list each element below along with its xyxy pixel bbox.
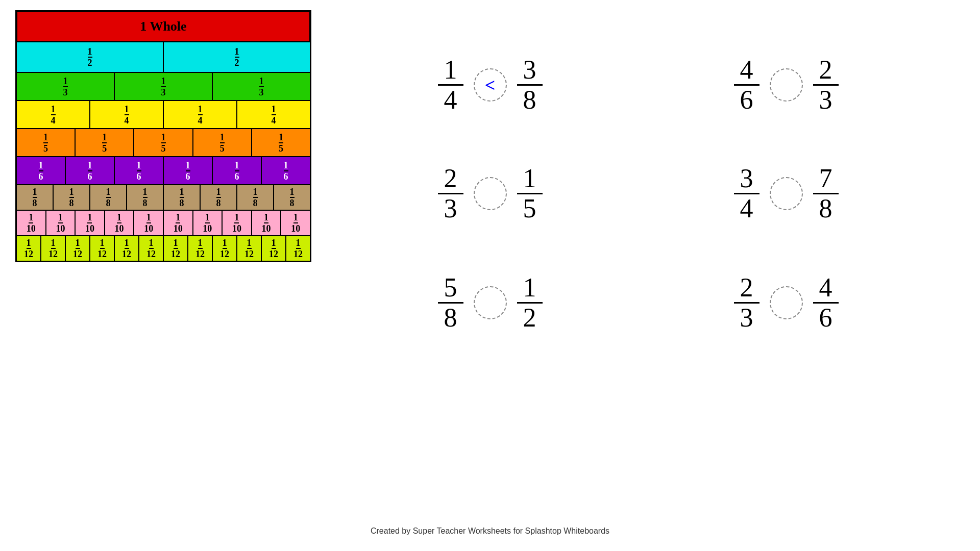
- chart-row-eighths: 1818181818181818: [16, 185, 310, 210]
- chart-row-thirds: 131313: [16, 72, 310, 101]
- chart-cell: 13: [114, 72, 212, 101]
- chart-cell: 18: [237, 185, 274, 210]
- chart-cell: 18: [16, 185, 53, 210]
- chart-cell: 18: [127, 185, 163, 210]
- chart-row-fourths: 14141414: [16, 101, 310, 129]
- chart-row-fifths: 1515151515: [16, 129, 310, 157]
- chart-cell: 112: [41, 236, 65, 261]
- chart-row-sixths: 161616161616: [16, 157, 310, 185]
- chart-cell: 12: [163, 42, 310, 72]
- chart-cell: 110: [193, 210, 223, 236]
- chart-cell: 13: [212, 72, 310, 101]
- whole-row: 1 Whole: [16, 11, 310, 42]
- chart-cell: 18: [163, 185, 200, 210]
- chart-cell: 16: [114, 157, 163, 185]
- fraction-chart: 1 Whole 12121313131414141415151515151616…: [15, 10, 311, 262]
- chart-cell: 14: [237, 101, 310, 129]
- comparison-item-c3: 2315: [342, 139, 638, 248]
- chart-cell: 12: [16, 42, 163, 72]
- chart-cell: 110: [75, 210, 105, 236]
- left-fraction: 46: [734, 57, 760, 113]
- chart-cell: 18: [274, 185, 310, 210]
- footer-text: Created by Super Teacher Worksheets for …: [371, 527, 609, 536]
- comparison-circle[interactable]: [770, 286, 803, 319]
- chart-cell: 18: [53, 185, 90, 210]
- left-fraction: 34: [734, 165, 760, 222]
- chart-cell: 13: [16, 72, 114, 101]
- chart-cell: 14: [90, 101, 163, 129]
- whole-label: 1 Whole: [140, 19, 186, 34]
- chart-cell: 110: [105, 210, 134, 236]
- left-fraction: 23: [734, 274, 760, 331]
- chart-cell: 15: [16, 129, 75, 157]
- comparison-circle[interactable]: [770, 177, 803, 210]
- chart-cell: 15: [75, 129, 134, 157]
- chart-cell: 112: [261, 236, 286, 261]
- chart-cell: 16: [212, 157, 261, 185]
- right-fraction: 12: [517, 274, 543, 331]
- chart-cell: 110: [222, 210, 252, 236]
- right-fraction: 78: [813, 165, 839, 222]
- chart-cell: 112: [16, 236, 41, 261]
- chart-cell: 16: [65, 157, 114, 185]
- left-fraction: 14: [438, 57, 463, 113]
- chart-cell: 16: [261, 157, 310, 185]
- comparison-circle[interactable]: [770, 68, 803, 102]
- chart-cell: 112: [139, 236, 163, 261]
- comparison-item-c6: 2346: [638, 248, 934, 357]
- right-fraction: 23: [813, 57, 839, 113]
- comparison-item-c2: 4623: [638, 31, 934, 139]
- chart-cell: 15: [252, 129, 310, 157]
- chart-cell: 112: [163, 236, 188, 261]
- chart-cell: 15: [134, 129, 192, 157]
- left-fraction: 58: [438, 274, 463, 331]
- chart-cell: 15: [193, 129, 252, 157]
- left-fraction: 23: [438, 165, 463, 222]
- chart-cell: 110: [163, 210, 193, 236]
- comparison-item-c5: 5812: [342, 248, 638, 357]
- footer-label: Created by Super Teacher Worksheets for …: [371, 527, 609, 535]
- comparison-circle[interactable]: <: [474, 68, 507, 102]
- chart-row-twelfths: 112112112112112112112112112112112112: [16, 236, 310, 261]
- right-fraction: 38: [517, 57, 543, 113]
- chart-row-halves: 1212: [16, 42, 310, 72]
- right-fraction: 15: [517, 165, 543, 222]
- chart-cell: 112: [114, 236, 139, 261]
- comparison-item-c1: 14<38: [342, 31, 638, 139]
- chart-cell: 16: [163, 157, 212, 185]
- chart-cell: 18: [200, 185, 237, 210]
- chart-cell: 112: [286, 236, 310, 261]
- comparison-section: 14<3846232315347858122346: [311, 15, 965, 372]
- chart-cell: 14: [16, 101, 90, 129]
- chart-cell: 14: [163, 101, 237, 129]
- right-fraction: 46: [813, 274, 839, 331]
- chart-cell: 112: [65, 236, 90, 261]
- chart-cell: 112: [212, 236, 237, 261]
- chart-cell: 112: [90, 236, 114, 261]
- chart-cell: 110: [281, 210, 310, 236]
- comparison-circle[interactable]: [474, 286, 507, 319]
- comparison-item-c4: 3478: [638, 139, 934, 248]
- chart-cell: 110: [46, 210, 76, 236]
- comparison-circle[interactable]: [474, 177, 507, 210]
- chart-cell: 110: [16, 210, 46, 236]
- chart-cell: 110: [252, 210, 281, 236]
- chart-cell: 112: [237, 236, 261, 261]
- chart-cell: 18: [90, 185, 127, 210]
- chart-row-tenths: 110110110110110110110110110110: [16, 210, 310, 236]
- chart-cell: 110: [134, 210, 163, 236]
- chart-cell: 16: [16, 157, 65, 185]
- chart-cell: 112: [188, 236, 212, 261]
